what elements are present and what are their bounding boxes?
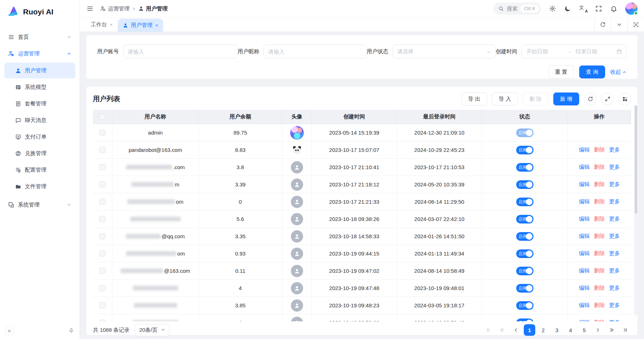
- row-checkbox[interactable]: [99, 181, 105, 187]
- refresh-icon[interactable]: [584, 93, 596, 105]
- edit-link[interactable]: 编辑: [579, 198, 590, 205]
- account-input[interactable]: [123, 45, 238, 58]
- row-checkbox[interactable]: [99, 199, 105, 205]
- more-link[interactable]: 更多: [609, 250, 620, 257]
- page-button-4[interactable]: 4: [565, 324, 576, 336]
- more-link[interactable]: 更多: [609, 216, 620, 222]
- sidebar-item-config-management[interactable]: 配置管理: [4, 162, 75, 178]
- sidebar-item-operations[interactable]: 运营管理: [4, 45, 75, 62]
- screen-icon[interactable]: [627, 18, 644, 32]
- edit-link[interactable]: 编辑: [579, 181, 590, 188]
- sidebar-item-payment-orders[interactable]: 支付订单: [4, 129, 75, 145]
- pin-icon[interactable]: [68, 327, 75, 334]
- delete-link[interactable]: 删除: [594, 146, 605, 153]
- edit-link[interactable]: 编辑: [579, 250, 590, 257]
- page-button-1[interactable]: 1: [524, 324, 535, 336]
- sidebar-item-package-management[interactable]: 套餐管理: [4, 96, 75, 112]
- collapse-double-left-icon[interactable]: «: [5, 326, 14, 335]
- more-link[interactable]: 更多: [609, 285, 620, 291]
- next-group-icon[interactable]: [606, 324, 617, 336]
- status-select[interactable]: 请选择: [393, 45, 496, 58]
- row-checkbox[interactable]: [99, 130, 105, 136]
- row-checkbox[interactable]: [99, 268, 105, 274]
- more-link[interactable]: 更多: [609, 302, 620, 309]
- hamburger-icon[interactable]: [86, 5, 94, 12]
- more-link[interactable]: 更多: [609, 233, 620, 240]
- prev-group-icon[interactable]: [496, 324, 508, 336]
- edit-link[interactable]: 编辑: [579, 319, 590, 321]
- row-checkbox[interactable]: [99, 320, 105, 321]
- more-link[interactable]: 更多: [609, 164, 620, 171]
- page-button-2[interactable]: 2: [537, 324, 549, 336]
- delete-link[interactable]: 删除: [594, 198, 605, 205]
- status-toggle[interactable]: 启用: [516, 284, 533, 293]
- edit-link[interactable]: 编辑: [579, 267, 590, 274]
- scrollbar-thumb[interactable]: [635, 105, 637, 213]
- row-checkbox[interactable]: [99, 233, 105, 239]
- brand-logo[interactable]: Ruoyi AI: [0, 0, 80, 24]
- page-button-3[interactable]: 3: [551, 324, 563, 336]
- delete-link[interactable]: 删除: [594, 250, 605, 257]
- sidebar-item-redeem-management[interactable]: 兑换管理: [4, 145, 75, 161]
- delete-link[interactable]: 删除: [594, 233, 605, 240]
- chevron-down-icon[interactable]: [611, 18, 627, 32]
- export-button[interactable]: 导 出: [461, 92, 487, 105]
- fullscreen-icon[interactable]: [595, 5, 602, 12]
- status-toggle[interactable]: 启用: [516, 301, 533, 310]
- table-scrollbar[interactable]: [634, 105, 638, 316]
- query-button[interactable]: 查 询: [579, 65, 605, 78]
- add-button[interactable]: 新 增: [553, 92, 579, 105]
- bell-icon[interactable]: [610, 5, 617, 12]
- delete-link[interactable]: 删除: [594, 267, 605, 274]
- edit-link[interactable]: 编辑: [579, 216, 590, 222]
- sidebar-item-chat-messages[interactable]: 聊天消息: [4, 112, 75, 128]
- delete-link[interactable]: 删除: [594, 181, 605, 188]
- sidebar-item-system[interactable]: 系统管理: [4, 196, 75, 213]
- page-size-select[interactable]: 20条/页: [135, 324, 170, 336]
- status-toggle[interactable]: 启用: [516, 318, 533, 322]
- row-checkbox[interactable]: [99, 250, 105, 257]
- global-search[interactable]: 搜索 Ctrl K: [493, 3, 541, 15]
- first-page-icon[interactable]: [483, 324, 494, 336]
- status-toggle[interactable]: 启用: [516, 249, 533, 258]
- edit-link[interactable]: 编辑: [579, 233, 590, 240]
- edit-link[interactable]: 编辑: [579, 164, 590, 171]
- row-checkbox[interactable]: [99, 147, 105, 153]
- page-button-5[interactable]: 5: [578, 324, 590, 336]
- breadcrumb-operations[interactable]: 运营管理: [100, 5, 130, 12]
- row-checkbox[interactable]: [99, 302, 105, 308]
- more-link[interactable]: 更多: [609, 181, 620, 188]
- more-link[interactable]: 更多: [609, 146, 620, 153]
- select-all-checkbox[interactable]: [99, 114, 105, 120]
- close-icon[interactable]: ×: [156, 23, 158, 28]
- translate-icon[interactable]: 文A: [579, 5, 587, 12]
- status-toggle[interactable]: 启用: [516, 198, 533, 206]
- row-checkbox[interactable]: [99, 164, 105, 170]
- status-toggle[interactable]: 启用: [516, 215, 533, 223]
- grid-icon[interactable]: [618, 93, 631, 105]
- delete-link[interactable]: 删除: [594, 164, 605, 171]
- edit-link[interactable]: 编辑: [579, 302, 590, 309]
- sidebar-item-home[interactable]: 首页: [4, 29, 75, 45]
- status-toggle[interactable]: 启用: [516, 163, 533, 172]
- close-icon[interactable]: ×: [110, 22, 113, 27]
- more-link[interactable]: 更多: [609, 267, 620, 274]
- edit-link[interactable]: 编辑: [579, 146, 590, 153]
- status-toggle[interactable]: 启用: [516, 180, 533, 189]
- sidebar-item-user-management[interactable]: 用户管理: [4, 63, 75, 78]
- reset-button[interactable]: 重 置: [548, 65, 574, 78]
- status-toggle[interactable]: 启用: [516, 128, 533, 137]
- delete-button[interactable]: 删 除: [523, 92, 549, 105]
- status-toggle[interactable]: 启用: [516, 232, 533, 241]
- next-page-icon[interactable]: [592, 324, 604, 336]
- tab-user-management[interactable]: 用户管理 ×: [118, 19, 163, 32]
- sidebar-item-system-models[interactable]: 系统模型: [4, 79, 75, 95]
- import-button[interactable]: 导 入: [492, 92, 518, 105]
- status-toggle[interactable]: 启用: [516, 146, 533, 154]
- sidebar-item-file-management[interactable]: 文件管理: [4, 178, 75, 194]
- moon-icon[interactable]: [564, 5, 571, 12]
- more-link[interactable]: 更多: [609, 319, 620, 321]
- user-avatar[interactable]: [625, 3, 638, 15]
- delete-link[interactable]: 删除: [594, 302, 605, 309]
- created-date-range[interactable]: 开始日期 → 结束日期: [522, 45, 627, 58]
